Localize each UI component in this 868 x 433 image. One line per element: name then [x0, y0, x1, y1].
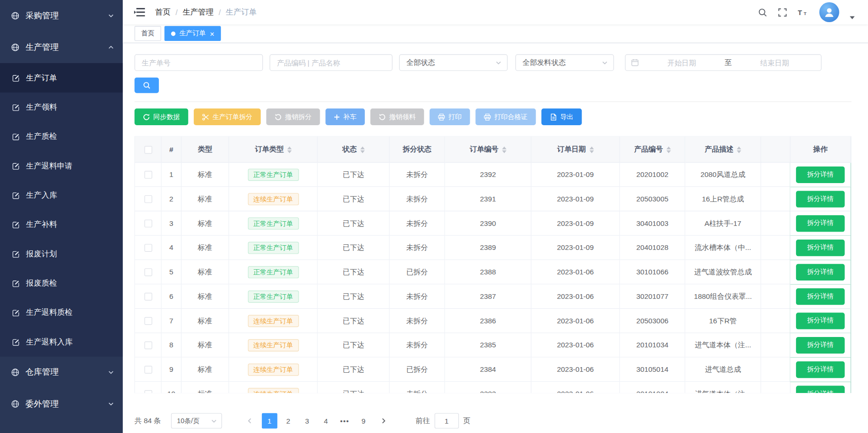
- table-row: 5标准正常生产订单已下达已拆分23882023-01-0630101066进气道…: [135, 260, 851, 285]
- fullscreen-icon[interactable]: [778, 8, 787, 17]
- status-select[interactable]: 全部状态: [399, 54, 508, 71]
- toolbar-button-3[interactable]: 补车: [325, 109, 365, 125]
- search-button[interactable]: [134, 78, 159, 93]
- toolbar-button-7[interactable]: 导出: [541, 109, 582, 125]
- breadcrumb-item-1[interactable]: 生产管理: [182, 7, 213, 17]
- sort-asc-icon[interactable]: [360, 146, 364, 149]
- sidebar-item-1-7[interactable]: 报废质检: [0, 269, 123, 298]
- row-checkbox[interactable]: [144, 317, 152, 325]
- toolbar-button-1[interactable]: 生产订单拆分: [194, 109, 260, 125]
- row-checkbox[interactable]: [144, 244, 152, 252]
- breadcrumb-separator: /: [175, 8, 178, 17]
- column-header-order_type[interactable]: 订单类型: [229, 137, 317, 163]
- breadcrumb-item-0[interactable]: 首页: [155, 7, 171, 17]
- sidebar-item-1-2[interactable]: 生产质检: [0, 122, 123, 151]
- goto-page-input[interactable]: [434, 413, 459, 429]
- page-size-select[interactable]: 10条/页: [171, 413, 221, 429]
- page-button-9[interactable]: 9: [356, 413, 371, 429]
- sort-desc-icon[interactable]: [666, 150, 671, 153]
- sort-asc-icon[interactable]: [502, 146, 506, 149]
- split-detail-button[interactable]: 拆分详情: [796, 191, 845, 207]
- toolbar-button-5[interactable]: 打印: [430, 109, 470, 125]
- end-date-input[interactable]: [734, 58, 815, 67]
- row-checkbox[interactable]: [144, 196, 152, 203]
- split-detail-button[interactable]: 拆分详情: [796, 288, 845, 305]
- prev-page-button[interactable]: [242, 413, 257, 429]
- sort-desc-icon[interactable]: [360, 150, 364, 153]
- sidebar-item-1-3[interactable]: 生产退料申请: [0, 151, 123, 180]
- production-order-no-input[interactable]: [134, 54, 263, 71]
- avatar[interactable]: [819, 2, 839, 22]
- page-button-1[interactable]: 1: [261, 413, 277, 429]
- split-detail-button[interactable]: 拆分详情: [796, 337, 845, 353]
- split-detail-button[interactable]: 拆分详情: [796, 385, 845, 393]
- sort-asc-icon[interactable]: [737, 146, 741, 149]
- column-header-order_date[interactable]: 订单日期: [531, 137, 620, 163]
- tab-1[interactable]: 生产订单×: [165, 26, 221, 41]
- split-detail-button[interactable]: 拆分详情: [796, 361, 845, 378]
- sidebar-item-1-9[interactable]: 生产退料入库: [0, 327, 123, 356]
- split-detail-button[interactable]: 拆分详情: [796, 167, 845, 183]
- tab-0[interactable]: 首页: [134, 26, 161, 41]
- sort-asc-icon[interactable]: [589, 146, 593, 149]
- split-detail-button[interactable]: 拆分详情: [796, 215, 845, 232]
- search-icon[interactable]: [758, 8, 767, 17]
- sidebar-group-1[interactable]: 生产管理: [0, 32, 123, 63]
- sort-desc-icon[interactable]: [737, 150, 741, 153]
- hamburger-menu-icon[interactable]: [134, 7, 145, 18]
- page-button-2[interactable]: 2: [281, 413, 296, 429]
- page-button-3[interactable]: 3: [300, 413, 315, 429]
- navbar-actions: TT: [758, 2, 855, 22]
- row-checkbox[interactable]: [144, 269, 152, 276]
- split-detail-button[interactable]: 拆分详情: [796, 313, 845, 329]
- row-checkbox[interactable]: [144, 391, 152, 393]
- date-range-picker[interactable]: 至: [625, 54, 821, 71]
- next-page-button[interactable]: [376, 413, 391, 429]
- cell-product-no: 20101004: [620, 382, 686, 393]
- sidebar-item-1-4[interactable]: 生产入库: [0, 181, 123, 210]
- issue-status-select[interactable]: 全部发料状态: [515, 54, 614, 71]
- sidebar-group-3[interactable]: 委外管理: [0, 388, 123, 420]
- toolbar-button-6[interactable]: 打印合格证: [475, 109, 536, 125]
- row-checkbox[interactable]: [144, 366, 152, 374]
- caret-down-icon[interactable]: [850, 16, 855, 19]
- start-date-input[interactable]: [641, 58, 722, 67]
- select-all-checkbox[interactable]: [144, 146, 152, 153]
- sidebar-group-2[interactable]: 仓库管理: [0, 357, 123, 388]
- column-header-product_desc[interactable]: 产品描述: [685, 137, 761, 163]
- tab-close-icon[interactable]: ×: [210, 30, 214, 37]
- cell-product-no: 20101034: [620, 333, 686, 358]
- sort-asc-icon[interactable]: [666, 146, 671, 149]
- sort-desc-icon[interactable]: [502, 150, 506, 153]
- sort-asc-icon[interactable]: [287, 146, 291, 149]
- cell-action: 拆分详情: [790, 163, 851, 187]
- orders-table-container[interactable]: #类型订单类型状态拆分状态订单编号订单日期产品编号产品描述操作 1标准正常生产订…: [134, 136, 852, 393]
- toolbar-button-2[interactable]: 撤销拆分: [266, 109, 320, 125]
- product-search-input[interactable]: [269, 54, 392, 71]
- column-header-product_no[interactable]: 产品编号: [620, 137, 686, 163]
- cell-order-date: 2023-01-09: [531, 236, 620, 260]
- page-button-4[interactable]: 4: [318, 413, 334, 429]
- split-detail-button[interactable]: 拆分详情: [796, 264, 845, 281]
- pager-ellipsis[interactable]: •••: [337, 417, 353, 425]
- sidebar-group-0[interactable]: 采购管理: [0, 0, 123, 32]
- split-detail-button[interactable]: 拆分详情: [796, 240, 845, 256]
- row-checkbox[interactable]: [144, 293, 152, 301]
- sort-desc-icon[interactable]: [589, 150, 593, 153]
- sidebar-item-1-8[interactable]: 生产退料质检: [0, 298, 123, 327]
- cell-product-no: 30101066: [620, 260, 686, 285]
- sidebar-item-1-6[interactable]: 报废计划: [0, 239, 123, 268]
- font-size-icon[interactable]: TT: [797, 8, 809, 16]
- edit-icon: [12, 338, 20, 345]
- sidebar-item-1-5[interactable]: 生产补料: [0, 210, 123, 239]
- toolbar-button-4[interactable]: 撤销领料: [371, 109, 424, 125]
- row-checkbox[interactable]: [144, 342, 152, 349]
- column-header-order_no[interactable]: 订单编号: [445, 137, 532, 163]
- sidebar-item-1-0[interactable]: 生产订单: [0, 63, 123, 92]
- row-checkbox[interactable]: [144, 220, 152, 227]
- column-header-status[interactable]: 状态: [318, 137, 390, 163]
- row-checkbox[interactable]: [144, 171, 152, 179]
- toolbar-button-0[interactable]: 同步数据: [134, 109, 188, 125]
- sort-desc-icon[interactable]: [287, 150, 291, 153]
- sidebar-item-1-1[interactable]: 生产领料: [0, 92, 123, 121]
